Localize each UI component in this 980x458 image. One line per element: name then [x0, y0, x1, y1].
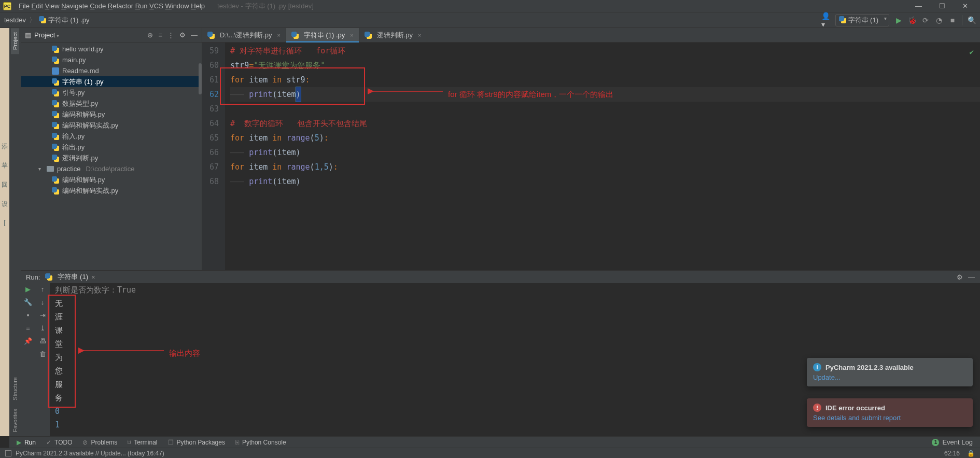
locate-icon[interactable]: ⊕ — [147, 31, 153, 39]
project-view-selector[interactable]: Project — [34, 31, 59, 39]
close-icon[interactable]: × — [418, 32, 421, 38]
menu-vcs[interactable]: VCS — [149, 2, 163, 10]
tree-file[interactable]: main.py — [21, 54, 202, 65]
tree-file[interactable]: 引号.py — [21, 87, 202, 98]
menu-navigate[interactable]: Navigate — [61, 2, 88, 10]
guest-icon[interactable]: 👤▾ — [822, 16, 830, 24]
menu-view[interactable]: View — [45, 2, 60, 10]
structure-tool-tab[interactable]: Structure — [11, 373, 19, 405]
tree-file[interactable]: 输入.py — [21, 131, 202, 142]
editor-tab[interactable]: 逻辑判断.py× — [359, 28, 427, 42]
gear-icon[interactable]: ⚙ — [957, 273, 963, 281]
python-icon — [365, 32, 372, 39]
tree-folder[interactable]: ▾practiceD:\code\practice — [21, 163, 202, 174]
up-icon[interactable]: ↑ — [41, 285, 45, 293]
search-everywhere-icon[interactable]: 🔍 — [968, 16, 976, 24]
project-tool-tab[interactable]: Project — [11, 28, 19, 54]
expand-all-icon[interactable]: ≡ — [158, 31, 162, 39]
settings-icon[interactable]: ⚙ — [179, 31, 186, 39]
menu-file[interactable]: File — [19, 2, 30, 10]
py-file-icon — [52, 46, 59, 53]
window-minimize[interactable] — [907, 0, 930, 12]
tree-file[interactable]: 数据类型.py — [21, 98, 202, 109]
tree-file[interactable]: 编码和解码.py — [21, 174, 202, 185]
dump-icon[interactable]: ≡ — [26, 324, 30, 332]
debug-button[interactable]: 🐞 — [908, 16, 916, 24]
collapse-all-icon[interactable]: ⋮ — [167, 31, 174, 39]
clear-icon[interactable]: 🗑 — [39, 350, 46, 358]
edit-config-icon[interactable]: 🔧 — [24, 298, 32, 306]
coverage-button[interactable]: ⟳ — [921, 16, 930, 24]
py-file-icon — [52, 57, 59, 64]
event-log-tab[interactable]: Event Log — [942, 438, 973, 446]
bottom-tab-python packages[interactable]: ❐Python Packages — [168, 439, 225, 446]
menu-refactor[interactable]: Refactor — [108, 2, 133, 10]
bottom-tab-todo[interactable]: ✓TODO — [46, 439, 72, 446]
close-icon[interactable]: × — [277, 32, 280, 38]
menu-help[interactable]: Help — [191, 2, 205, 10]
python-icon — [291, 32, 299, 39]
breadcrumb-file[interactable]: 字符串 (1) .py — [39, 16, 89, 25]
profile-button[interactable]: ◔ — [935, 16, 943, 24]
readonly-lock-icon[interactable]: 🔒 — [967, 450, 975, 457]
run-tab-label[interactable]: 字符串 (1) — [58, 272, 88, 282]
stop-icon[interactable]: ▪ — [27, 311, 30, 319]
tree-file[interactable]: 逻辑判断.py — [21, 152, 202, 163]
status-message[interactable]: PyCharm 2021.2.3 available // Update... … — [16, 450, 164, 457]
browser-sliver: 添草回设[ — [0, 28, 9, 436]
window-title: testdev - 字符串 (1) .py [testdev] — [217, 2, 314, 11]
notification-error-link[interactable]: See details and submit report — [813, 414, 967, 422]
run-button[interactable]: ▶ — [894, 16, 903, 24]
tree-file[interactable]: 编码和解码实战.py — [21, 185, 202, 196]
down-icon[interactable]: ↓ — [41, 298, 45, 306]
stop-button[interactable]: ■ — [948, 16, 957, 24]
tree-file[interactable]: 编码和解码实战.py — [21, 120, 202, 131]
notification-error[interactable]: !IDE error occurred See details and subm… — [807, 398, 973, 427]
tree-file[interactable]: 字符串 (1) .py — [21, 76, 202, 87]
inspection-ok-icon[interactable]: ✔ — [970, 45, 974, 59]
pin-icon[interactable]: 📌 — [24, 337, 32, 345]
tree-file[interactable]: hello world.py — [21, 44, 202, 54]
project-panel-header: ▦ Project ⊕ ≡ ⋮ ⚙ — — [21, 28, 202, 43]
tree-file[interactable]: Readme.md — [21, 65, 202, 76]
tree-file[interactable]: 输出.py — [21, 142, 202, 152]
hide-icon[interactable]: — — [968, 273, 975, 281]
rerun-icon[interactable]: ▶ — [25, 285, 31, 293]
status-bar: PyCharm 2021.2.3 available // Update... … — [0, 448, 980, 458]
window-maximize[interactable] — [930, 0, 954, 12]
tool-window-toggle-icon[interactable] — [5, 450, 11, 456]
soft-wrap-icon[interactable]: ⇥ — [40, 311, 46, 319]
print-icon[interactable]: 🖶 — [39, 337, 46, 345]
tree-file[interactable]: 编码和解码.py — [21, 109, 202, 120]
window-close[interactable] — [954, 0, 977, 12]
menu-code[interactable]: Code — [90, 2, 106, 10]
hide-panel-icon[interactable]: — — [191, 31, 198, 39]
py-file-icon — [52, 155, 59, 162]
editor-tab[interactable]: 字符串 (1) .py× — [286, 28, 359, 42]
event-log-badge: 1 — [932, 439, 939, 446]
bottom-tab-run[interactable]: ▶Run — [17, 439, 36, 446]
close-icon[interactable]: × — [350, 32, 353, 38]
py-file-icon — [52, 144, 59, 151]
bottom-tab-problems[interactable]: ⊘Problems — [82, 439, 117, 446]
scroll-to-end-icon[interactable]: ⤓ — [40, 324, 46, 332]
bottom-tab-terminal[interactable]: ⌑Terminal — [128, 439, 157, 446]
favorites-tool-tab[interactable]: Favorites — [11, 405, 19, 436]
close-icon[interactable]: × — [91, 273, 95, 281]
folder-icon — [47, 165, 54, 173]
run-tool-title: Run: — [26, 273, 40, 281]
menu-window[interactable]: Window — [165, 2, 189, 10]
menu-run[interactable]: Run — [135, 2, 148, 10]
app-icon: PC — [3, 2, 11, 10]
titlebar: PC File Edit View Navigate Code Refactor… — [0, 0, 980, 12]
notification-update[interactable]: iPyCharm 2021.2.3 available Update... — [807, 358, 973, 386]
run-configuration-selector[interactable]: 字符串 (1) — [835, 14, 890, 26]
run-toolbar-secondary: ↑ ↓ ⇥ ⤓ 🖶 🗑 — [35, 283, 50, 436]
run-tool-header: Run: 字符串 (1)× ⚙ — — [21, 271, 980, 283]
menu-edit[interactable]: Edit — [32, 2, 43, 10]
notification-update-link[interactable]: Update... — [813, 373, 967, 381]
editor-tab[interactable]: D:\...\逻辑判断.py× — [202, 28, 286, 42]
breadcrumb-root[interactable]: testdev — [4, 16, 26, 24]
caret-position[interactable]: 62:16 — [944, 450, 960, 457]
bottom-tab-python console[interactable]: ⎘Python Console — [235, 439, 286, 446]
